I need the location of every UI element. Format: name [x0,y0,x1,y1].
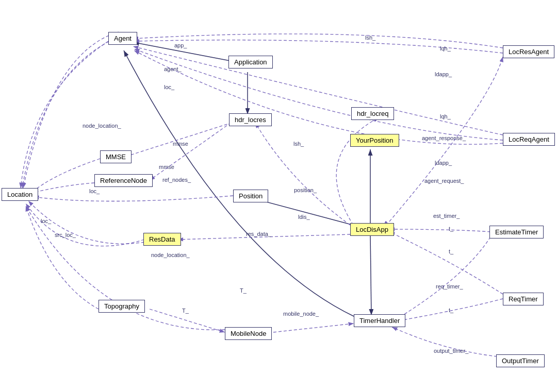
node-MobileNode: MobileNode [225,327,272,340]
node-Application: Application [228,56,273,69]
node-LocReqAgent: LocReqAgent [503,133,555,146]
node-Position: Position [233,190,268,202]
label-agent_: agent_ [164,66,182,72]
node-YourPosition: YourPosition [350,134,399,147]
node-Location: Location [2,188,38,201]
label-req_timer_: req_timer_ [436,283,463,289]
label-agent_request_: agent_request_ [424,178,464,184]
label-mobile_node_: mobile_node_ [283,311,319,317]
svg-line-8 [150,123,231,180]
label-mmse2: mmse [159,164,174,170]
label-ldis_: ldis_ [298,214,310,220]
svg-line-11 [273,323,354,332]
label-T_1: T_ [240,287,247,294]
node-EstimateTimer: EstimateTimer [489,226,544,238]
label-res_data_: res_data_ [246,231,271,237]
label-t_2: t_ [449,248,453,254]
node-MMSE: MMSE [100,150,132,163]
diagram-container: Agent Application hdr_locres MMSE Refere… [0,0,557,392]
label-ldapp_mid: ldapp_ [435,160,452,166]
node-OutputTimer: OutputTimer [496,354,545,367]
label-loc_res: loc_ [41,218,51,224]
label-ref_nodes_: ref_nodes_ [162,177,191,183]
node-ResData: ResData [143,233,181,246]
label-position_: position_ [294,187,317,193]
node-ReqTimer: ReqTimer [503,293,544,305]
node-hdr_locreq: hdr_locreq [351,107,394,120]
node-LocDisApp: LocDisApp [350,223,394,236]
node-LocResAgent: LocResAgent [503,45,554,58]
node-Agent: Agent [108,32,137,45]
label-loc_ref: loc_ [89,188,100,194]
label-app_: app_ [174,42,187,48]
label-node_location_top: node_location_ [83,123,121,129]
diagram-svg [0,0,557,392]
node-TimerHandler: TimerHandler [354,314,405,327]
label-t_1: t_ [449,226,453,232]
label-t_3: t_ [449,307,453,313]
svg-line-6 [370,234,371,315]
label-output_timer_: output_timer_ [434,348,468,354]
label-lqh_top: lqh_ [440,45,451,52]
label-ldapp_top: ldapp_ [435,71,452,77]
label-est_timer_: est_timer_ [433,213,460,219]
svg-line-2 [133,42,241,63]
label-lsh_top: lsh_ [365,35,375,41]
label-src_loc_: src_loc_ [55,232,76,238]
label-lsh_left: lsh_ [293,141,304,147]
node-Topography: Topography [99,300,145,313]
node-hdr_locres: hdr_locres [229,113,272,126]
label-agent_response_: agent_response_ [422,135,466,141]
label-T_2: T_ [182,308,189,314]
label-lqh_mid: lqh_ [440,113,451,120]
node-ReferenceNode: ReferenceNode [94,174,153,187]
label-node_location_bot: node_location_ [151,252,190,258]
svg-line-7 [124,123,232,157]
label-loc_: loc_ [164,84,174,90]
label-mmse1: mmse [173,141,188,147]
